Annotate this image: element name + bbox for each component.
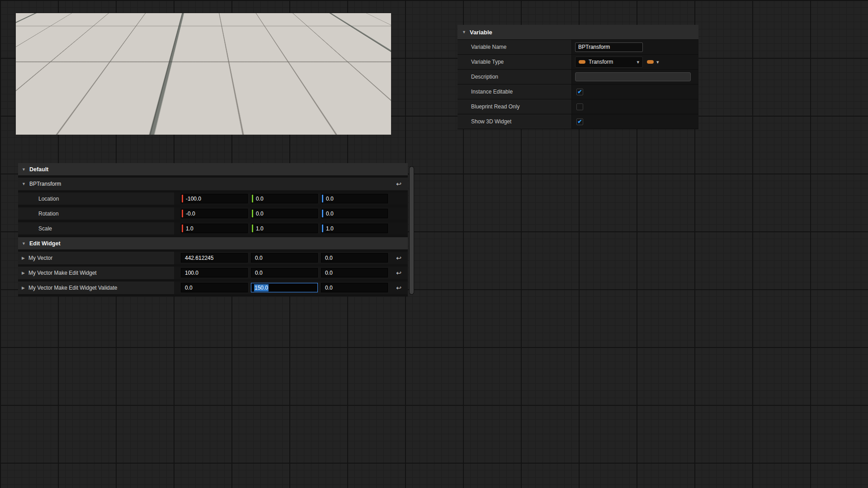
details-scrollbar-track[interactable] — [409, 166, 414, 295]
my-vector-label: My Vector — [28, 255, 52, 261]
blueprint-read-only-checkbox[interactable]: ✔ — [576, 103, 583, 110]
location-y-spinbox[interactable]: 0.0 — [251, 194, 318, 203]
variable-name-label: Variable Name — [458, 40, 572, 54]
reset-to-default-button[interactable]: ↩ — [396, 269, 401, 277]
variable-type-row: Variable Type Transform ▾ ▾ — [458, 55, 698, 70]
my-vector-expander[interactable]: ▶ My Vector — [22, 252, 52, 264]
reset-to-default-button[interactable]: ↩ — [396, 284, 401, 291]
variable-type-value-cell: Transform ▾ ▾ — [572, 55, 698, 69]
my-vector-z-spinbox[interactable]: 0.0 — [321, 253, 388, 263]
row-rotation: Rotation -0.0 0.0 0.0 — [18, 207, 408, 220]
mvmewv-z-spinbox[interactable]: 0.0 — [321, 283, 388, 292]
row-my-vector-make-edit-widget: ▶ My Vector Make Edit Widget 100.0 0.0 0… — [18, 267, 408, 279]
check-icon: ✔ — [577, 89, 582, 94]
transform-pin-icon — [579, 60, 585, 64]
row-scale: Scale 1.0 1.0 1.0 — [18, 222, 408, 235]
category-edit-widget[interactable]: ▼ Edit Widget — [18, 237, 408, 249]
category-default[interactable]: ▼ Default — [18, 163, 408, 175]
details-scrollbar-thumb[interactable] — [410, 167, 414, 294]
variable-type-label: Variable Type — [458, 55, 572, 69]
viewport-label-bptransform: BPTransform — [44, 61, 73, 66]
my-vector-make-edit-widget-validate-label: My Vector Make Edit Widget Validate — [28, 285, 118, 291]
reset-to-default-button[interactable]: ↩ — [396, 180, 401, 188]
scale-label: Scale — [38, 222, 52, 235]
instance-editable-row: Instance Editable ✔ — [458, 84, 698, 99]
container-type-chevron-icon[interactable]: ▾ — [656, 59, 659, 65]
scale-y-spinbox[interactable]: 1.0 — [251, 224, 318, 233]
rotation-label: Rotation — [38, 207, 59, 220]
rotation-z-spinbox[interactable]: 0.0 — [321, 209, 388, 218]
instance-editable-label: Instance Editable — [458, 84, 572, 99]
mvmewv-x-spinbox[interactable]: 0.0 — [181, 283, 248, 292]
mvmew-y-spinbox[interactable]: 0.0 — [251, 268, 318, 277]
rotation-y-spinbox[interactable]: 0.0 — [251, 209, 318, 218]
my-vector-make-edit-widget-label: My Vector Make Edit Widget — [28, 270, 97, 276]
viewport-label-myvector: MyVector_MakeEditWidget — [274, 55, 334, 61]
mvmewv-y-spinbox-editing[interactable]: 150.0 — [251, 283, 318, 292]
instance-editable-value-cell: ✔ — [572, 84, 698, 99]
check-icon: ✔ — [577, 119, 582, 124]
selected-text: 150.0 — [254, 284, 269, 291]
blueprint-read-only-label: Blueprint Read Only — [458, 99, 572, 114]
my-vector-y-spinbox[interactable]: 0.0 — [251, 253, 318, 263]
viewport-label-exceed-max: Exceed max length:100 — [208, 108, 260, 113]
row-my-vector-make-edit-widget-validate: ▶ My Vector Make Edit Widget Validate 0.… — [18, 282, 408, 294]
variable-name-input[interactable] — [575, 42, 643, 52]
bptransform-label: BPTransform — [29, 181, 61, 187]
scale-z-spinbox[interactable]: 1.0 — [321, 224, 388, 233]
variable-type-dropdown[interactable]: Transform ▾ — [575, 56, 643, 68]
show-3d-widget-label: Show 3D Widget — [458, 114, 572, 129]
defaults-details-panel: ▼ Default ▼ BPTransform ↩ Location -100.… — [18, 163, 408, 296]
reset-to-default-button[interactable]: ↩ — [396, 254, 401, 262]
triangle-down-icon: ▼ — [22, 241, 26, 246]
my-vector-x-spinbox[interactable]: 442.612245 — [181, 253, 248, 263]
variable-section-title: Variable — [470, 29, 492, 36]
row-my-vector: ▶ My Vector 442.612245 0.0 0.0 ↩ — [18, 252, 408, 264]
location-label: Location — [38, 192, 59, 205]
blueprint-read-only-row: Blueprint Read Only ✔ — [458, 99, 698, 114]
triangle-right-icon: ▶ — [22, 286, 25, 290]
triangle-down-icon: ▼ — [22, 167, 26, 172]
triangle-down-icon: ▼ — [22, 182, 26, 186]
description-value-cell — [572, 70, 698, 84]
variable-name-value-cell — [572, 40, 698, 54]
description-label: Description — [458, 70, 572, 84]
triangle-down-icon: ▼ — [462, 30, 466, 34]
triangle-right-icon: ▶ — [22, 271, 25, 275]
show-3d-widget-row: Show 3D Widget ✔ — [458, 114, 698, 129]
description-input[interactable] — [575, 72, 691, 81]
category-edit-widget-label: Edit Widget — [29, 240, 61, 247]
chevron-down-icon: ▾ — [637, 59, 639, 65]
row-location: Location -100.0 0.0 0.0 — [18, 192, 408, 205]
rotation-x-spinbox[interactable]: -0.0 — [181, 209, 248, 218]
row-bptransform[interactable]: ▼ BPTransform ↩ — [18, 178, 408, 190]
triangle-right-icon: ▶ — [22, 256, 25, 260]
viewport-preview[interactable]: BPTransform MyVector_MakeEditWidget Exce… — [16, 13, 391, 135]
variable-name-row: Variable Name — [458, 40, 698, 55]
container-type-pin-icon — [647, 60, 654, 64]
category-default-label: Default — [29, 166, 48, 173]
description-row: Description — [458, 70, 698, 84]
scale-x-spinbox[interactable]: 1.0 — [181, 224, 248, 233]
mvmew-z-spinbox[interactable]: 0.0 — [321, 268, 388, 277]
location-x-spinbox[interactable]: -100.0 — [181, 194, 248, 203]
location-z-spinbox[interactable]: 0.0 — [321, 194, 388, 203]
show-3d-widget-value-cell: ✔ — [572, 114, 698, 129]
blueprint-read-only-value-cell: ✔ — [572, 99, 698, 114]
my-vector-make-edit-widget-expander[interactable]: ▶ My Vector Make Edit Widget — [22, 267, 97, 279]
variable-section-header[interactable]: ▼ Variable — [458, 25, 698, 40]
my-vector-make-edit-widget-validate-expander[interactable]: ▶ My Vector Make Edit Widget Validate — [22, 282, 117, 294]
variable-details-panel: ▼ Variable Variable Name Variable Type T… — [458, 25, 698, 129]
instance-editable-checkbox[interactable]: ✔ — [576, 89, 583, 95]
mvmew-x-spinbox[interactable]: 100.0 — [181, 268, 248, 277]
viewport-horizon-shade — [16, 13, 391, 135]
variable-type-selected: Transform — [589, 59, 637, 65]
show-3d-widget-checkbox[interactable]: ✔ — [576, 118, 583, 125]
